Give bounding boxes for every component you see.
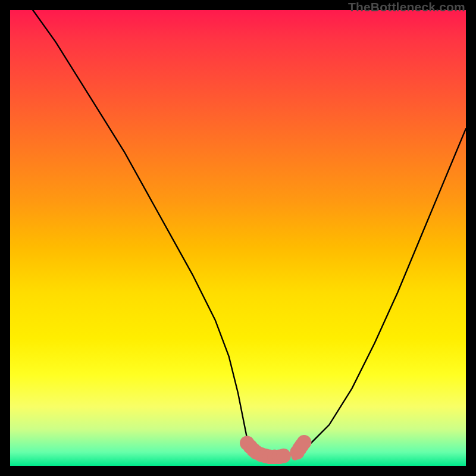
- watermark-text: TheBottleneck.com: [348, 0, 465, 14]
- chart-plot-area: [10, 10, 466, 466]
- optimal-zone-markers: [240, 435, 311, 464]
- marker-dot: [297, 435, 312, 450]
- bottleneck-curve-path: [10, 10, 466, 457]
- bottleneck-curve-svg: [10, 10, 466, 466]
- marker-dot: [276, 449, 291, 464]
